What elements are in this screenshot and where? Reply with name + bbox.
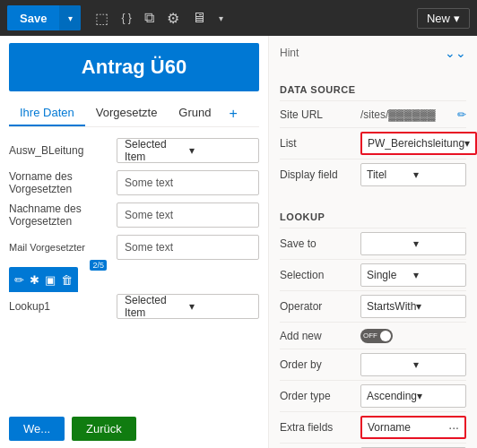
label-mail: Mail Vorgesetzter [9, 242, 117, 253]
save-button[interactable]: Save [7, 5, 59, 30]
row-display-field: Display field Titel ▾ [280, 159, 466, 190]
value-selection: Single ▾ [360, 263, 466, 287]
tab-grund[interactable]: Grund [168, 100, 221, 126]
dropdown-lookup-arrow-icon: ▾ [189, 300, 254, 313]
row-site-url: Site URL /sites/▓▓▓▓▓▓ ✏ [280, 100, 466, 127]
we-button[interactable]: We... [9, 417, 65, 441]
dropdown-ausw-value: Selected Item [125, 138, 189, 163]
value-site-url: /sites/▓▓▓▓▓▓ ✏ [360, 108, 466, 121]
label-list: List [280, 137, 360, 150]
dropdown-selection[interactable]: Single ▾ [360, 263, 466, 287]
label-selection: Selection [280, 269, 360, 281]
zuruck-button[interactable]: Zurück [72, 417, 136, 441]
star-icon[interactable]: ✱ [30, 273, 39, 287]
input-nachname[interactable]: Some text [117, 202, 259, 228]
dropdown-order-type[interactable]: Ascending ▾ [360, 384, 466, 408]
dropdown-ausw-arrow-icon: ▾ [189, 144, 254, 157]
toolbar: Save ▾ ⬚ { } ⧉ ⚙ 🖥 ▾ New ▾ [0, 0, 477, 36]
label-nachname: Nachname des Vorgesetzten [9, 202, 117, 228]
label-add-new: Add new [280, 330, 360, 342]
delete-icon[interactable]: 🗑 [61, 273, 73, 287]
value-add-new: OFF [360, 329, 466, 343]
square-icon[interactable]: ▣ [45, 273, 56, 287]
extra-fields-dots-icon[interactable]: ··· [448, 420, 459, 435]
dropdown-display-field-arrow-icon: ▾ [413, 168, 460, 181]
edit-icon[interactable]: ✏ [14, 273, 24, 287]
hint-label: Hint [280, 43, 299, 63]
new-button[interactable]: New ▾ [417, 8, 470, 29]
hint-section: Hint ⌄⌄ [269, 36, 477, 70]
row-save-to: Save to ▾ [280, 228, 466, 259]
form-row-mail: Mail Vorgesetzter Some text [9, 235, 259, 260]
main-layout: Antrag Ü60 Ihre Daten Vorgesetzte Grund … [0, 36, 477, 448]
label-display-field: Display field [280, 168, 360, 181]
row-order-type: Order type Ascending ▾ [280, 380, 466, 411]
label-site-url: Site URL [280, 108, 360, 121]
row-list: List PW_Bereichsleitung ▾ [280, 127, 466, 159]
dropdown-operator[interactable]: StartsWith ▾ [360, 295, 466, 318]
monitor-icon[interactable]: 🖥 [188, 6, 210, 30]
row-expand-fields: Expand fields ▾ [280, 443, 466, 448]
datasource-header: DATA SOURCE [280, 84, 466, 95]
value-save-to: ▾ [360, 232, 466, 255]
label-lookup: Lookup1 [9, 300, 117, 313]
tabs: Ihre Daten Vorgesetzte Grund + [9, 100, 259, 127]
dropdown-display-field-value: Titel [367, 168, 413, 181]
lookup-section: LOOKUP Save to ▾ Selection Single ▾ [269, 197, 477, 448]
dropdown-list[interactable]: PW_Bereichsleitung ▾ [360, 132, 477, 155]
form-row-lookup: Lookup1 Selected Item ▾ [9, 294, 259, 319]
dropdown-save-to-arrow-icon: ▾ [413, 237, 460, 250]
label-vorname: Vorname des Vorgesetzten [9, 170, 117, 195]
input-mail[interactable]: Some text [117, 235, 259, 260]
label-ausw: Ausw_BLeitung [9, 144, 117, 157]
row-extra-fields: Extra fields Vorname ··· [280, 411, 466, 443]
dropdown-lookup[interactable]: Selected Item ▾ [117, 294, 259, 319]
tab-vorgesetzte[interactable]: Vorgesetzte [85, 100, 169, 126]
value-display-field: Titel ▾ [360, 163, 466, 186]
extra-fields-text: Vorname [368, 421, 448, 434]
save-group: Save ▾ [7, 5, 81, 30]
toggle-label: OFF [363, 332, 377, 340]
dropdown-order-by[interactable]: ▾ [360, 353, 466, 376]
form-row-nachname: Nachname des Vorgesetzten Some text [9, 202, 259, 228]
value-order-by: ▾ [360, 353, 466, 376]
input-vorname-value: Some text [125, 177, 251, 189]
edit-bar: ✏ ✱ ▣ 🗑 2/5 [9, 267, 78, 292]
dropdown-order-by-arrow-icon: ▾ [413, 358, 460, 371]
input-vorname[interactable]: Some text [117, 170, 259, 195]
dropdown-save-to[interactable]: ▾ [360, 232, 466, 255]
site-url-text: /sites/▓▓▓▓▓▓ [360, 108, 454, 121]
tab-ihre-daten[interactable]: Ihre Daten [9, 100, 85, 126]
dropdown-selection-value: Single [367, 269, 413, 281]
value-operator: StartsWith ▾ [360, 295, 466, 318]
dropdown-selection-arrow-icon: ▾ [413, 269, 460, 281]
dropdown-display-field[interactable]: Titel ▾ [360, 163, 466, 186]
collapse-icon[interactable]: ⌄⌄ [445, 46, 466, 60]
extra-fields-input[interactable]: Vorname ··· [360, 416, 466, 439]
dropdown-lookup-value: Selected Item [125, 294, 189, 319]
dropdown-ausw[interactable]: Selected Item ▾ [117, 138, 259, 163]
badge: 2/5 [90, 260, 107, 271]
save-dropdown-button[interactable]: ▾ [59, 5, 81, 30]
lookup-header: LOOKUP [280, 211, 466, 222]
right-panel: Hint ⌄⌄ DATA SOURCE Site URL /sites/▓▓▓▓… [269, 36, 477, 448]
settings-icon[interactable]: ⚙ [163, 6, 183, 30]
copy-icon[interactable]: ⧉ [141, 6, 158, 30]
tab-add-button[interactable]: + [222, 102, 245, 125]
cursor-icon[interactable]: ⬚ [91, 6, 112, 30]
value-extra-fields: Vorname ··· [360, 416, 466, 439]
label-order-type: Order type [280, 390, 360, 402]
new-arrow-icon: ▾ [454, 12, 460, 25]
dropdown-operator-value: StartsWith [367, 300, 416, 313]
row-add-new: Add new OFF [280, 322, 466, 349]
dropdown-order-type-arrow-icon: ▾ [417, 390, 460, 402]
label-order-by: Order by [280, 358, 360, 371]
value-order-type: Ascending ▾ [360, 384, 466, 408]
banner: Antrag Ü60 [9, 43, 259, 91]
code-icon[interactable]: { } [117, 8, 134, 28]
toolbar-icons: ⬚ { } ⧉ ⚙ 🖥 ▾ [91, 6, 226, 30]
toggle-add-new[interactable]: OFF [360, 329, 393, 343]
label-save-to: Save to [280, 237, 360, 250]
monitor-dropdown-icon[interactable]: ▾ [215, 10, 227, 27]
edit-url-icon[interactable]: ✏ [457, 108, 466, 121]
